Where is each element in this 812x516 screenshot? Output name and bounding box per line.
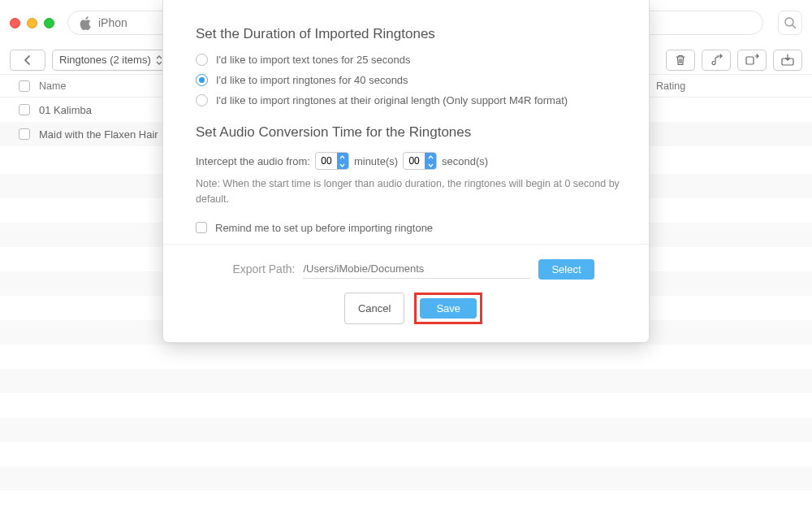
- zoom-window-button[interactable]: [44, 18, 54, 28]
- second-input[interactable]: [404, 155, 425, 167]
- svg-point-0: [785, 18, 793, 26]
- import-icon: [780, 54, 795, 67]
- minimize-window-button[interactable]: [27, 18, 37, 28]
- remind-checkbox[interactable]: [196, 222, 207, 233]
- search-button[interactable]: [778, 11, 802, 35]
- export-path-row: Export Path: Select: [196, 259, 631, 280]
- import-button[interactable]: [773, 50, 802, 71]
- stepper-arrows[interactable]: [425, 153, 436, 169]
- address-text: iPhon: [98, 16, 127, 29]
- to-device-button[interactable]: [737, 50, 767, 71]
- minute-input[interactable]: [316, 155, 337, 167]
- intercept-note: Note: When the start time is longer than…: [196, 176, 631, 207]
- dropdown-label: Ringtones (2 items): [59, 54, 151, 66]
- device-transfer-icon: [745, 54, 759, 67]
- remind-label: Remind me to set up before importing rin…: [215, 222, 433, 234]
- music-transfer-icon: [709, 54, 723, 67]
- export-path-input[interactable]: [303, 259, 530, 279]
- duration-option-25s[interactable]: I'd like to import text tones for 25 sec…: [196, 54, 631, 66]
- svg-line-1: [793, 25, 796, 28]
- ringtone-settings-dialog: Set the Duration of Imported Ringtones I…: [162, 0, 650, 343]
- stepper-arrows[interactable]: [337, 153, 348, 169]
- duration-option-original[interactable]: I'd like to import ringtones at their or…: [196, 94, 631, 106]
- trash-icon: [674, 54, 687, 67]
- duration-heading: Set the Duration of Imported Ringtones: [196, 26, 631, 42]
- window-controls: [10, 18, 54, 28]
- save-highlight: Save: [414, 293, 482, 324]
- chevron-up-icon: [339, 155, 345, 159]
- radio-icon: [196, 94, 208, 106]
- remind-checkbox-row[interactable]: Remind me to set up before importing rin…: [196, 222, 631, 234]
- export-path-label: Export Path:: [232, 262, 295, 275]
- close-window-button[interactable]: [10, 18, 20, 28]
- row-checkbox[interactable]: [19, 104, 30, 115]
- column-rating[interactable]: Rating: [656, 80, 802, 92]
- minute-unit: minute(s): [354, 155, 398, 167]
- intercept-row: Intercept the audio from: minute(s) seco…: [196, 152, 631, 170]
- apple-icon: [80, 16, 92, 30]
- second-unit: second(s): [442, 155, 488, 167]
- minute-stepper[interactable]: [315, 152, 349, 170]
- save-button[interactable]: Save: [420, 298, 477, 319]
- radio-icon: [196, 74, 208, 86]
- radio-icon: [196, 54, 208, 66]
- divider: [163, 244, 649, 245]
- to-itunes-button[interactable]: [702, 50, 731, 71]
- cancel-button[interactable]: Cancel: [344, 293, 404, 324]
- intercept-label: Intercept the audio from:: [196, 155, 310, 167]
- select-path-button[interactable]: Select: [538, 259, 594, 280]
- conversion-heading: Set Audio Conversion Time for the Ringto…: [196, 124, 631, 141]
- chevron-left-icon: [24, 55, 32, 65]
- svg-rect-2: [746, 57, 754, 64]
- select-all-checkbox[interactable]: [19, 80, 30, 92]
- row-checkbox[interactable]: [19, 128, 30, 140]
- delete-button[interactable]: [666, 50, 695, 71]
- category-dropdown[interactable]: Ringtones (2 items): [52, 50, 170, 71]
- search-icon: [784, 16, 797, 29]
- chevron-down-icon: [339, 163, 345, 167]
- duration-option-40s[interactable]: I'd like to import ringtones for 40 seco…: [196, 74, 631, 86]
- chevron-up-icon: [428, 155, 434, 159]
- chevron-down-icon: [428, 163, 434, 167]
- dialog-actions: Cancel Save: [196, 293, 631, 324]
- updown-icon: [156, 55, 162, 65]
- back-button[interactable]: [10, 50, 45, 71]
- second-stepper[interactable]: [403, 152, 437, 170]
